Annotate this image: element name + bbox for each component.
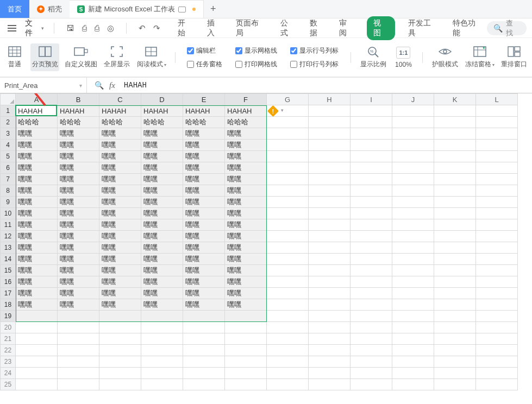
cell[interactable]: 嘿嘿 bbox=[16, 208, 58, 219]
cell[interactable]: 嘿嘿 bbox=[58, 197, 99, 208]
cell[interactable] bbox=[434, 254, 476, 265]
cell[interactable] bbox=[16, 311, 58, 322]
column-header[interactable]: E bbox=[183, 94, 225, 105]
column-header[interactable]: D bbox=[141, 94, 183, 105]
cell[interactable] bbox=[476, 185, 518, 197]
cell[interactable] bbox=[141, 356, 183, 368]
cell[interactable] bbox=[309, 197, 351, 208]
cell[interactable]: 嘿嘿 bbox=[141, 174, 183, 185]
cell[interactable] bbox=[476, 208, 518, 219]
cell[interactable]: 嘿嘿 bbox=[225, 140, 267, 151]
menu-start[interactable]: 开始 bbox=[177, 16, 194, 40]
cell[interactable]: 哈哈哈 bbox=[58, 117, 99, 128]
cell[interactable] bbox=[476, 242, 518, 254]
cell[interactable] bbox=[434, 162, 476, 174]
cell[interactable] bbox=[434, 311, 476, 322]
cell[interactable]: 嘿嘿 bbox=[16, 185, 58, 197]
cell[interactable]: 嘿嘿 bbox=[141, 288, 183, 299]
spreadsheet-area[interactable]: ABCDEFGHIJKL 1HAHAHHAHAHHAHAHHAHAHHAHAHH… bbox=[0, 93, 532, 404]
cell[interactable] bbox=[476, 140, 518, 151]
cell[interactable] bbox=[476, 151, 518, 162]
cell[interactable] bbox=[16, 368, 58, 379]
menu-pagelayout[interactable]: 页面布局 bbox=[235, 16, 267, 40]
cell[interactable] bbox=[99, 311, 141, 322]
cell[interactable] bbox=[58, 322, 99, 333]
column-header[interactable]: C bbox=[99, 94, 141, 105]
cell[interactable] bbox=[309, 208, 351, 219]
row-header[interactable]: 9 bbox=[1, 197, 16, 208]
cell[interactable]: 嘿嘿 bbox=[99, 219, 141, 231]
cell[interactable]: 嘿嘿 bbox=[141, 151, 183, 162]
cell[interactable]: 嘿嘿 bbox=[225, 174, 267, 185]
cell[interactable]: 嘿嘿 bbox=[16, 288, 58, 299]
column-header[interactable]: B bbox=[58, 94, 99, 105]
cell[interactable]: 嘿嘿 bbox=[58, 231, 99, 242]
cell[interactable]: 嘿嘿 bbox=[225, 219, 267, 231]
cell[interactable] bbox=[351, 356, 392, 368]
cell[interactable] bbox=[267, 356, 309, 368]
cell[interactable] bbox=[476, 174, 518, 185]
cell[interactable] bbox=[16, 356, 58, 368]
cell[interactable] bbox=[141, 311, 183, 322]
cell[interactable] bbox=[267, 368, 309, 379]
cell[interactable]: 嘿嘿 bbox=[16, 197, 58, 208]
cell[interactable]: 嘿嘿 bbox=[99, 265, 141, 276]
cell[interactable]: 嘿嘿 bbox=[225, 185, 267, 197]
cell[interactable] bbox=[392, 162, 434, 174]
cell[interactable]: 嘿嘿 bbox=[16, 151, 58, 162]
tab-daokke[interactable]: ✦ 稻壳 bbox=[29, 0, 70, 18]
row-header[interactable]: 25 bbox=[1, 379, 16, 390]
cell[interactable] bbox=[267, 288, 309, 299]
cell[interactable] bbox=[434, 140, 476, 151]
cell[interactable] bbox=[267, 128, 309, 140]
row-header[interactable]: 7 bbox=[1, 174, 16, 185]
cell[interactable]: HAHAH bbox=[99, 105, 141, 117]
cell[interactable] bbox=[476, 299, 518, 311]
cell[interactable] bbox=[351, 322, 392, 333]
cell[interactable]: 嘿嘿 bbox=[58, 151, 99, 162]
cell[interactable] bbox=[309, 288, 351, 299]
eyecare-button[interactable]: 护眼模式 bbox=[430, 43, 459, 71]
cell[interactable] bbox=[476, 311, 518, 322]
cell[interactable]: 嘿嘿 bbox=[141, 231, 183, 242]
cell[interactable] bbox=[267, 174, 309, 185]
check-printgrid[interactable]: 打印网格线 bbox=[235, 60, 277, 69]
cell[interactable] bbox=[267, 322, 309, 333]
cell[interactable] bbox=[267, 345, 309, 356]
cell[interactable] bbox=[267, 162, 309, 174]
cell[interactable] bbox=[476, 231, 518, 242]
cell[interactable] bbox=[225, 333, 267, 345]
cell[interactable] bbox=[392, 231, 434, 242]
cell[interactable]: 嘿嘿 bbox=[16, 162, 58, 174]
row-header[interactable]: 4 bbox=[1, 140, 16, 151]
cell[interactable] bbox=[392, 151, 434, 162]
cell[interactable]: 嘿嘿 bbox=[183, 242, 225, 254]
cell[interactable] bbox=[309, 356, 351, 368]
cell[interactable] bbox=[141, 333, 183, 345]
cell[interactable] bbox=[476, 322, 518, 333]
cell[interactable]: HAHAH bbox=[225, 105, 267, 117]
cell[interactable] bbox=[58, 311, 99, 322]
cell[interactable] bbox=[267, 140, 309, 151]
view-pagebreak-button[interactable]: 分页预览 bbox=[30, 43, 59, 71]
row-header[interactable]: 20 bbox=[1, 322, 16, 333]
cell[interactable]: 嘿嘿 bbox=[183, 208, 225, 219]
cell[interactable] bbox=[309, 231, 351, 242]
arrange-button[interactable]: 重排窗口 bbox=[500, 43, 529, 71]
cell[interactable] bbox=[58, 379, 99, 390]
cell[interactable] bbox=[309, 219, 351, 231]
cell[interactable] bbox=[351, 368, 392, 379]
cell[interactable] bbox=[183, 322, 225, 333]
save-icon[interactable]: 🖫 bbox=[66, 23, 74, 33]
cell[interactable] bbox=[267, 242, 309, 254]
cell[interactable] bbox=[392, 128, 434, 140]
cell[interactable] bbox=[58, 333, 99, 345]
cell[interactable]: 嘿嘿 bbox=[99, 128, 141, 140]
save-as-icon[interactable]: ⎙ bbox=[82, 23, 87, 33]
menu-dev[interactable]: 开发工具 bbox=[407, 16, 440, 40]
cell[interactable] bbox=[434, 345, 476, 356]
menu-formula[interactable]: 公式 bbox=[279, 16, 297, 40]
cell[interactable] bbox=[99, 368, 141, 379]
cell[interactable] bbox=[309, 242, 351, 254]
cell[interactable] bbox=[267, 265, 309, 276]
